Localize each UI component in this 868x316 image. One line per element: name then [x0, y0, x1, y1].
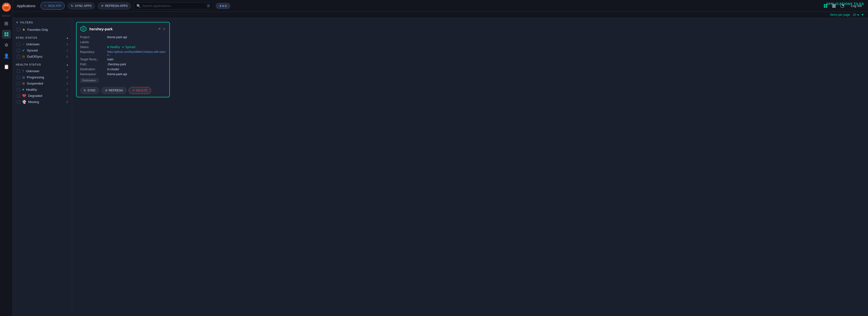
delete-button[interactable]: ✕ DELETE	[129, 87, 151, 94]
search-kbd: /	[207, 4, 210, 7]
sync-unknown-checkbox[interactable]	[17, 43, 20, 46]
sync-outofsync-icon: ⊙	[22, 55, 25, 59]
tile-view-button[interactable]	[822, 2, 829, 10]
apps-area: hershey-park ↗ ☆ Project: theme-park-api…	[72, 18, 868, 316]
search-input[interactable]	[142, 4, 206, 8]
sync-outofsync-checkbox[interactable]	[17, 55, 20, 59]
favorite-star-icon[interactable]: ☆	[163, 27, 166, 31]
app-card-actions: ↗ ☆	[158, 27, 166, 31]
health-healthy-filter[interactable]: ♥ Healthy 1	[16, 86, 69, 93]
svg-rect-9	[824, 4, 825, 6]
new-app-button[interactable]: ＋ NEW APP	[40, 2, 65, 10]
svg-rect-5	[4, 32, 6, 34]
sync-status: ✔ Synced	[122, 45, 135, 49]
health-unknown-filter[interactable]: ? Unknown 0	[16, 68, 69, 74]
health-missing-filter[interactable]: 👻 Missing 0	[16, 99, 69, 105]
sync-status-section-header[interactable]: SYNC STATUS ▲	[16, 36, 69, 39]
svg-rect-12	[826, 6, 827, 8]
sync-apps-button[interactable]: ↻ SYNC APPS	[68, 2, 95, 9]
destination-row: Destination: in-cluster	[80, 67, 166, 72]
items-per-page: Items per page: 10 20 50 ▼	[830, 13, 864, 17]
labels-row: Labels:	[80, 40, 166, 45]
sync-btn-icon: ↻	[84, 89, 86, 92]
svg-rect-11	[824, 6, 825, 8]
search-icon: 🔍	[136, 4, 141, 8]
sync-synced-icon: ✔	[22, 48, 25, 52]
refresh-btn-icon: ↺	[105, 89, 107, 92]
namespace-row: Namespace: theme-park-api	[80, 72, 166, 77]
filters-header: ▼ FILTERS	[16, 21, 69, 24]
sidebar-item-user[interactable]: 👤	[2, 51, 11, 60]
favorites-only-filter[interactable]: ★ Favorites Only	[16, 26, 69, 33]
svg-rect-14	[832, 5, 836, 6]
destination-tooltip: Destination:	[80, 78, 99, 82]
health-degraded-filter[interactable]: 💔 Degraded 0	[16, 93, 69, 99]
sync-unknown-filter[interactable]: ○ Unknown 0	[16, 41, 69, 47]
favorites-only-checkbox[interactable]	[17, 28, 20, 31]
page-header-bar: Items per page: 10 20 50 ▼	[13, 12, 868, 18]
items-per-page-select[interactable]: 10 20 50	[852, 13, 860, 17]
health-suspended-icon: ⊘	[22, 81, 25, 85]
app-logo	[80, 25, 87, 32]
view-icons	[822, 2, 846, 10]
sync-status-chevron: ▲	[66, 36, 69, 39]
health-healthy-icon: ♥	[22, 88, 24, 92]
sidebar: v2.4.11+ ⊞ ⚙ 👤 📋	[0, 0, 13, 316]
target-revision-row: Target Revis... main	[80, 57, 166, 62]
sync-outofsync-filter[interactable]: ⊙ OutOfSync 0	[16, 54, 69, 60]
topbar-right: Log out	[822, 2, 864, 10]
sidebar-item-layers[interactable]: ⊞	[2, 19, 11, 28]
svg-point-2	[4, 4, 6, 6]
topbar: Applications ＋ NEW APP ↻ SYNC APPS ↺ REF…	[13, 0, 868, 12]
health-unknown-checkbox[interactable]	[17, 70, 20, 73]
svg-rect-15	[832, 7, 836, 8]
chevron-down-icon: ▼	[861, 13, 864, 16]
svg-rect-6	[7, 32, 8, 34]
refresh-icon: ↺	[101, 4, 103, 8]
logout-button[interactable]: Log out	[848, 2, 864, 9]
repository-row: Repository: https://github.com/RyanMille…	[80, 49, 166, 57]
health-suspended-filter[interactable]: ⊘ Suspended 0	[16, 80, 69, 86]
external-link-icon[interactable]: ↗	[158, 27, 161, 31]
main-content: Applications ＋ NEW APP ↻ SYNC APPS ↺ REF…	[13, 0, 868, 316]
sidebar-item-settings[interactable]: ⚙	[2, 41, 11, 49]
search-bar: 🔍 /	[134, 2, 213, 9]
status-pill[interactable]: ■ ■ ■	[216, 3, 230, 9]
health-suspended-checkbox[interactable]	[17, 82, 20, 85]
chart-view-button[interactable]	[839, 2, 846, 10]
filters-panel: ▼ FILTERS ★ Favorites Only SYNC STATUS ▲…	[13, 18, 72, 316]
app-card-header: hershey-park ↗ ☆	[76, 23, 169, 35]
sync-icon: ↻	[71, 4, 73, 8]
svg-point-3	[7, 4, 8, 6]
health-missing-checkbox[interactable]	[17, 100, 20, 104]
list-view-button[interactable]	[830, 2, 838, 10]
sidebar-item-apps[interactable]	[2, 30, 11, 39]
health-healthy-checkbox[interactable]	[17, 88, 20, 92]
app-card-body: Project: theme-park-api Labels: Status: …	[76, 35, 169, 85]
app-name: hershey-park	[89, 27, 155, 31]
health-degraded-checkbox[interactable]	[17, 94, 20, 98]
health-status-section-header[interactable]: HEALTH STATUS ▲	[16, 63, 69, 66]
svg-rect-10	[826, 4, 827, 6]
plus-icon: ＋	[44, 4, 46, 8]
sync-synced-filter[interactable]: ✔ Synced 1	[16, 47, 69, 54]
app-card: hershey-park ↗ ☆ Project: theme-park-api…	[76, 22, 170, 97]
refresh-apps-button[interactable]: ↺ REFRESH APPS	[98, 2, 131, 9]
sync-synced-checkbox[interactable]	[17, 49, 20, 52]
destination-tooltip-area: Destination:	[80, 78, 166, 82]
heart-icon: ♥	[107, 45, 109, 49]
sidebar-item-docs[interactable]: 📋	[2, 62, 11, 71]
refresh-button[interactable]: ↺ REFRESH	[101, 87, 126, 94]
check-circle-icon: ✔	[122, 45, 124, 49]
star-icon: ★	[22, 28, 25, 32]
sync-button[interactable]: ↻ SYNC	[80, 87, 99, 94]
health-progressing-icon: ◎	[22, 75, 25, 79]
health-progressing-checkbox[interactable]	[17, 76, 20, 79]
content-area: ▼ FILTERS ★ Favorites Only SYNC STATUS ▲…	[13, 18, 868, 316]
health-progressing-filter[interactable]: ◎ Progressing 0	[16, 74, 69, 80]
project-row: Project: theme-park-api	[80, 35, 166, 40]
path-row: Path: ./hershey-park	[80, 62, 166, 67]
sidebar-logo	[2, 2, 11, 12]
svg-rect-8	[7, 35, 8, 36]
delete-btn-icon: ✕	[132, 89, 135, 92]
